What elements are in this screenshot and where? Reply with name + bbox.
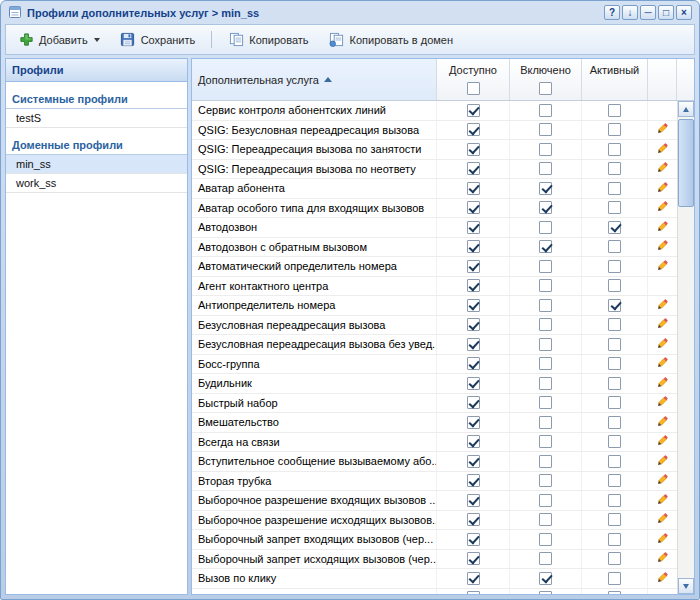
active-checkbox[interactable] bbox=[608, 396, 621, 409]
table-row[interactable]: Вызов по клику bbox=[192, 569, 677, 589]
available-checkbox[interactable] bbox=[467, 123, 480, 136]
table-row[interactable]: Всегда на связи bbox=[192, 433, 677, 453]
enabled-checkbox[interactable] bbox=[539, 435, 552, 448]
table-row[interactable]: Быстрый набор bbox=[192, 394, 677, 414]
enabled-checkbox[interactable] bbox=[539, 279, 552, 292]
available-checkbox[interactable] bbox=[467, 435, 480, 448]
available-all-checkbox[interactable] bbox=[467, 82, 480, 95]
column-header-enabled[interactable]: Включено bbox=[510, 59, 582, 100]
edit-pencil-icon[interactable] bbox=[656, 415, 669, 430]
sidebar-item-min_ss[interactable]: min_ss bbox=[6, 155, 187, 174]
active-checkbox[interactable] bbox=[608, 143, 621, 156]
available-checkbox[interactable] bbox=[467, 162, 480, 175]
enabled-checkbox[interactable] bbox=[539, 201, 552, 214]
available-checkbox[interactable] bbox=[467, 377, 480, 390]
active-checkbox[interactable] bbox=[608, 435, 621, 448]
edit-pencil-icon[interactable] bbox=[656, 142, 669, 157]
table-row[interactable]: Автодозвон с обратным вызовом bbox=[192, 238, 677, 258]
minimize-button[interactable]: ─ bbox=[640, 5, 656, 20]
edit-pencil-icon[interactable] bbox=[656, 200, 669, 215]
help-button[interactable]: ? bbox=[604, 5, 620, 20]
table-row[interactable]: Безусловная переадресация вызова bbox=[192, 316, 677, 336]
edit-pencil-icon[interactable] bbox=[656, 551, 669, 566]
table-row[interactable]: Выборочный запрет входящих вызовов (чер.… bbox=[192, 530, 677, 550]
active-checkbox[interactable] bbox=[608, 123, 621, 136]
edit-pencil-icon[interactable] bbox=[656, 220, 669, 235]
active-checkbox[interactable] bbox=[608, 513, 621, 526]
edit-cell[interactable] bbox=[648, 296, 677, 315]
edit-pencil-icon[interactable] bbox=[656, 493, 669, 508]
active-checkbox[interactable] bbox=[608, 572, 621, 585]
available-checkbox[interactable] bbox=[467, 474, 480, 487]
table-row[interactable]: QSIG: Безусловная переадресация вызова bbox=[192, 121, 677, 141]
enabled-checkbox[interactable] bbox=[539, 474, 552, 487]
enabled-checkbox[interactable] bbox=[539, 416, 552, 429]
available-checkbox[interactable] bbox=[467, 338, 480, 351]
table-row[interactable]: Автодозвон bbox=[192, 218, 677, 238]
enabled-checkbox[interactable] bbox=[539, 377, 552, 390]
enabled-checkbox[interactable] bbox=[539, 260, 552, 273]
active-checkbox[interactable] bbox=[608, 591, 621, 594]
available-checkbox[interactable] bbox=[467, 494, 480, 507]
edit-cell[interactable] bbox=[648, 199, 677, 218]
enabled-checkbox[interactable] bbox=[539, 318, 552, 331]
enabled-checkbox[interactable] bbox=[539, 357, 552, 370]
maximize-button[interactable]: □ bbox=[658, 5, 674, 20]
active-checkbox[interactable] bbox=[608, 338, 621, 351]
table-row[interactable]: Аватар особого типа для входящих вызовов bbox=[192, 199, 677, 219]
scrollbar-track[interactable] bbox=[678, 117, 694, 578]
save-button[interactable]: Сохранить bbox=[116, 29, 200, 51]
edit-cell[interactable] bbox=[648, 433, 677, 452]
enabled-checkbox[interactable] bbox=[539, 455, 552, 468]
active-checkbox[interactable] bbox=[608, 299, 621, 312]
available-checkbox[interactable] bbox=[467, 279, 480, 292]
edit-pencil-icon[interactable] bbox=[656, 161, 669, 176]
edit-pencil-icon[interactable] bbox=[656, 239, 669, 254]
table-row[interactable]: Антиопределитель номера bbox=[192, 296, 677, 316]
active-checkbox[interactable] bbox=[608, 318, 621, 331]
active-checkbox[interactable] bbox=[608, 533, 621, 546]
enabled-checkbox[interactable] bbox=[539, 552, 552, 565]
edit-pencil-icon[interactable] bbox=[656, 395, 669, 410]
edit-cell[interactable] bbox=[648, 257, 677, 276]
edit-pencil-icon[interactable] bbox=[656, 259, 669, 274]
available-checkbox[interactable] bbox=[467, 396, 480, 409]
enabled-checkbox[interactable] bbox=[539, 572, 552, 585]
active-checkbox[interactable] bbox=[608, 474, 621, 487]
edit-cell[interactable] bbox=[648, 374, 677, 393]
enabled-checkbox[interactable] bbox=[539, 299, 552, 312]
scroll-down-button[interactable] bbox=[678, 578, 694, 594]
edit-cell[interactable] bbox=[648, 550, 677, 569]
edit-cell[interactable] bbox=[648, 569, 677, 588]
edit-cell[interactable] bbox=[648, 355, 677, 374]
available-checkbox[interactable] bbox=[467, 318, 480, 331]
enabled-checkbox[interactable] bbox=[539, 591, 552, 594]
edit-pencil-icon[interactable] bbox=[656, 376, 669, 391]
available-checkbox[interactable] bbox=[467, 299, 480, 312]
add-button[interactable]: Добавить bbox=[14, 29, 104, 51]
edit-pencil-icon[interactable] bbox=[656, 532, 669, 547]
edit-pencil-icon[interactable] bbox=[656, 571, 669, 586]
available-checkbox[interactable] bbox=[467, 357, 480, 370]
copy-to-domain-button[interactable]: Копировать в домен bbox=[325, 29, 457, 51]
available-checkbox[interactable] bbox=[467, 201, 480, 214]
edit-cell[interactable] bbox=[648, 316, 677, 335]
active-checkbox[interactable] bbox=[608, 104, 621, 117]
edit-cell[interactable] bbox=[648, 160, 677, 179]
edit-cell[interactable] bbox=[648, 530, 677, 549]
available-checkbox[interactable] bbox=[467, 221, 480, 234]
active-checkbox[interactable] bbox=[608, 260, 621, 273]
edit-pencil-icon[interactable] bbox=[656, 181, 669, 196]
active-checkbox[interactable] bbox=[608, 240, 621, 253]
available-checkbox[interactable] bbox=[467, 552, 480, 565]
enabled-checkbox[interactable] bbox=[539, 494, 552, 507]
edit-pencil-icon[interactable] bbox=[656, 512, 669, 527]
edit-pencil-icon[interactable] bbox=[656, 434, 669, 449]
edit-pencil-icon[interactable] bbox=[656, 298, 669, 313]
edit-cell[interactable] bbox=[648, 491, 677, 510]
active-checkbox[interactable] bbox=[608, 357, 621, 370]
edit-cell[interactable] bbox=[648, 511, 677, 530]
table-row[interactable]: Вторая трубка bbox=[192, 472, 677, 492]
active-checkbox[interactable] bbox=[608, 162, 621, 175]
table-row[interactable]: Босс-группа bbox=[192, 355, 677, 375]
